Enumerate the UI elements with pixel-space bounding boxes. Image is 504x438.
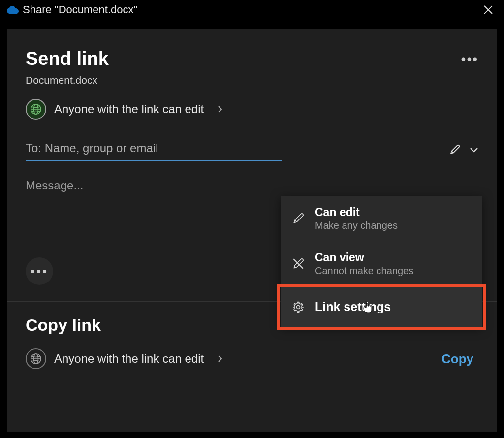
chevron-down-icon xyxy=(470,147,478,153)
more-actions-button[interactable]: ••• xyxy=(26,257,53,285)
globe-icon xyxy=(26,348,46,369)
window-title: Share "Document.docx" xyxy=(23,3,137,16)
dropdown-item-can-edit[interactable]: Can edit Make any changes xyxy=(281,196,482,241)
dialog-header: Send link ••• xyxy=(7,29,497,74)
dropdown-item-link-settings[interactable]: Link settings xyxy=(281,287,482,327)
pencil-slash-icon xyxy=(291,257,305,270)
cloud-icon xyxy=(7,6,18,14)
copy-permission-text[interactable]: Anyone with the link can edit xyxy=(54,352,204,366)
filename-label: Document.docx xyxy=(7,74,497,97)
permission-text: Anyone with the link can edit xyxy=(54,102,204,116)
pencil-icon xyxy=(291,212,305,225)
more-options-button[interactable]: ••• xyxy=(461,51,478,67)
close-button[interactable] xyxy=(479,5,497,15)
recipient-input[interactable] xyxy=(26,138,282,161)
chevron-right-icon xyxy=(218,355,222,363)
svg-point-4 xyxy=(297,305,300,309)
copy-button[interactable]: Copy xyxy=(441,351,478,367)
dropdown-description: Make any changes xyxy=(315,220,398,231)
titlebar: Share "Document.docx" xyxy=(0,0,504,20)
permission-selector[interactable]: Anyone with the link can edit xyxy=(7,97,497,133)
dropdown-description: Cannot make changes xyxy=(315,265,413,277)
dropdown-item-can-view[interactable]: Can view Cannot make changes xyxy=(281,241,482,286)
dropdown-label: Can view xyxy=(315,251,413,264)
pencil-icon xyxy=(449,144,461,156)
share-dialog: Send link ••• Document.docx Anyone with … xyxy=(7,29,497,432)
dropdown-label: Can edit xyxy=(315,206,398,219)
globe-icon xyxy=(26,99,46,120)
copy-link-row: Anyone with the link can edit Copy xyxy=(26,348,478,369)
gear-icon xyxy=(291,301,305,313)
recipient-row xyxy=(7,133,497,161)
dialog-heading: Send link xyxy=(26,48,109,69)
svg-line-3 xyxy=(293,259,303,269)
link-settings-label: Link settings xyxy=(315,300,391,314)
permission-dropdown: Can edit Make any changes Can view Canno… xyxy=(281,196,482,327)
permission-toggle[interactable] xyxy=(449,144,478,156)
chevron-right-icon xyxy=(218,105,222,113)
